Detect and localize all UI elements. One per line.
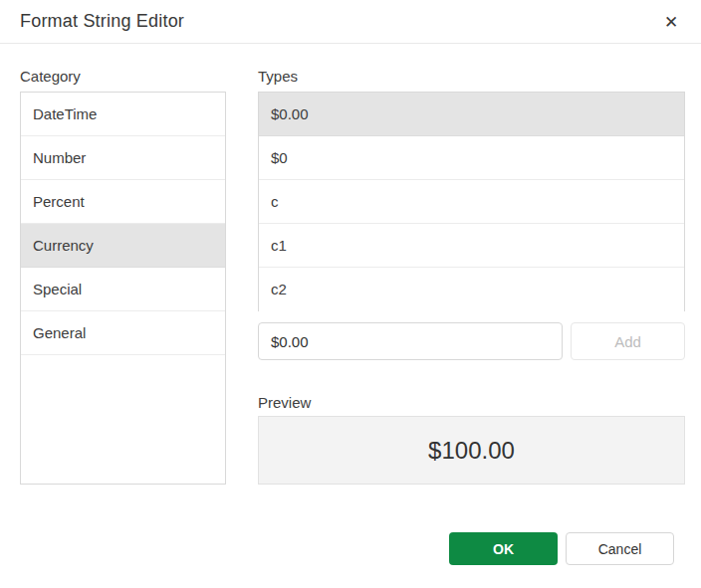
type-item-c2[interactable]: c2 <box>259 268 684 311</box>
preview-value: $100.00 <box>428 437 515 465</box>
type-item-c[interactable]: c <box>259 180 684 224</box>
close-icon[interactable]: ✕ <box>649 0 693 44</box>
add-button[interactable]: Add <box>571 322 685 360</box>
format-string-editor-dialog: Format String Editor ✕ Category DateTime… <box>0 0 701 588</box>
type-item-c1[interactable]: c1 <box>259 224 684 268</box>
type-item-dollar-0-00[interactable]: $0.00 <box>259 93 684 136</box>
format-string-input[interactable] <box>258 322 563 360</box>
types-list: $0.00 $0 c c1 c2 <box>258 92 685 311</box>
category-item-special[interactable]: Special <box>21 268 225 311</box>
ok-button[interactable]: OK <box>449 532 558 565</box>
types-label: Types <box>258 68 298 85</box>
category-item-percent[interactable]: Percent <box>21 180 225 224</box>
dialog-title: Format String Editor <box>20 11 184 32</box>
type-item-dollar-0[interactable]: $0 <box>259 136 684 180</box>
category-item-general[interactable]: General <box>21 311 225 355</box>
category-label: Category <box>20 68 81 85</box>
cancel-button[interactable]: Cancel <box>566 532 674 565</box>
category-list: DateTime Number Percent Currency Special… <box>20 92 226 485</box>
category-item-currency[interactable]: Currency <box>21 224 225 268</box>
category-item-number[interactable]: Number <box>21 136 225 180</box>
preview-label: Preview <box>258 394 311 411</box>
dialog-header: Format String Editor ✕ <box>0 0 701 44</box>
preview-box: $100.00 <box>258 416 685 485</box>
category-item-datetime[interactable]: DateTime <box>21 93 225 136</box>
